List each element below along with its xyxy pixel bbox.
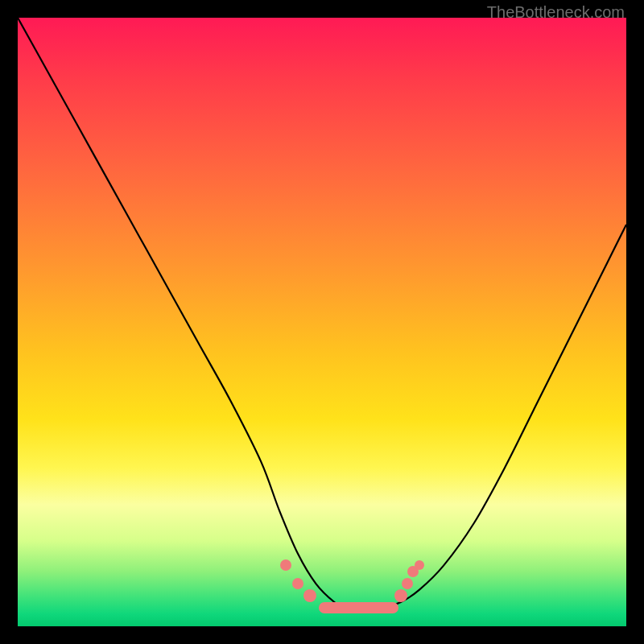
marker-flat-bottom xyxy=(319,602,398,613)
bottleneck-curve xyxy=(18,18,626,626)
curve-path xyxy=(18,18,626,609)
attribution-text: TheBottleneck.com xyxy=(487,3,625,22)
marker-dot xyxy=(402,578,413,589)
marker-dot xyxy=(280,559,291,571)
marker-dot xyxy=(292,578,303,589)
chart-frame: TheBottleneck.com xyxy=(0,0,644,644)
plot-area xyxy=(18,18,626,626)
marker-dot xyxy=(303,589,316,602)
